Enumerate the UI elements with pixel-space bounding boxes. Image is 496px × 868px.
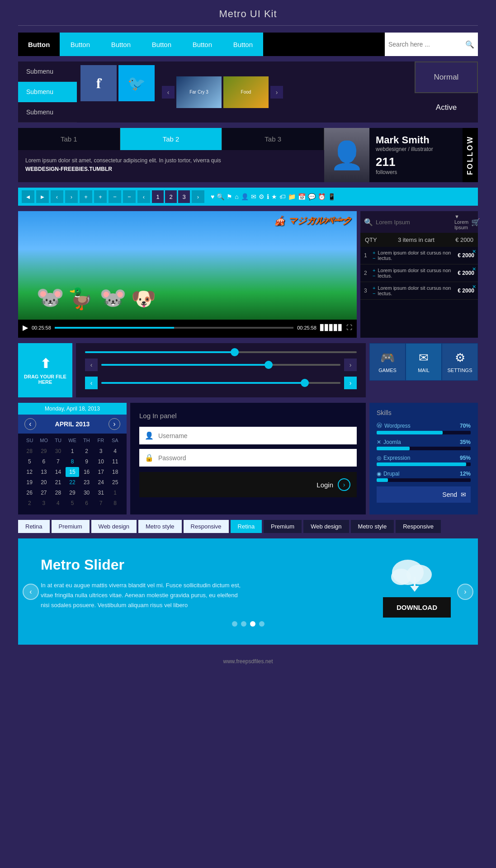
cal-day[interactable]: 14: [51, 467, 65, 477]
tab-2[interactable]: Tab 2: [120, 128, 222, 150]
twitter-button[interactable]: 🐦: [118, 65, 155, 101]
cal-day[interactable]: 30: [51, 446, 65, 456]
button-1[interactable]: Button: [18, 33, 60, 56]
cal-day[interactable]: 8: [66, 457, 80, 467]
cal-day[interactable]: 6: [37, 457, 51, 467]
tag-retina-light[interactable]: Retina: [18, 520, 50, 533]
cal-day[interactable]: 30: [80, 488, 94, 498]
cal-day[interactable]: 2: [80, 446, 94, 456]
clock-icon[interactable]: ⏰: [318, 193, 326, 200]
chat-icon[interactable]: 💬: [308, 193, 316, 200]
search-sm-icon[interactable]: 🔍: [217, 193, 224, 200]
cal-day[interactable]: 13: [37, 467, 51, 477]
minus-btn-1[interactable]: −: [109, 190, 121, 203]
video-progress-bar[interactable]: [55, 327, 293, 329]
slider-right-arrow[interactable]: ›: [344, 359, 357, 371]
folder-icon[interactable]: 📁: [288, 193, 296, 200]
slider-3-thumb[interactable]: [301, 379, 309, 387]
page-3[interactable]: 3: [178, 190, 190, 203]
slider-cyan-left-arrow[interactable]: ‹: [85, 377, 98, 389]
plus-btn-2[interactable]: +: [94, 190, 107, 203]
cal-day[interactable]: 2: [23, 498, 37, 508]
cart-plus-1[interactable]: +: [373, 250, 375, 255]
cal-day[interactable]: 25: [108, 477, 122, 487]
slider-1-thumb[interactable]: [231, 348, 239, 356]
slider-dot-1[interactable]: [232, 621, 237, 627]
slider-2-thumb[interactable]: [265, 361, 273, 369]
phone-icon[interactable]: 📱: [328, 193, 335, 200]
cal-day[interactable]: 21: [51, 477, 65, 487]
cal-day[interactable]: 19: [23, 477, 37, 487]
tag-metrostyle-dark[interactable]: Metro style: [351, 520, 394, 533]
facebook-button[interactable]: 𝐟: [80, 65, 117, 101]
arrow-left-btn-2[interactable]: ‹: [137, 190, 150, 203]
cal-day[interactable]: 26: [23, 488, 37, 498]
normal-state[interactable]: Normal: [415, 61, 478, 93]
cal-day[interactable]: 16: [80, 467, 94, 477]
info-icon[interactable]: ℹ: [267, 193, 269, 200]
heart-icon[interactable]: ♥: [211, 193, 214, 200]
active-state[interactable]: Active: [415, 93, 478, 123]
cart-bag-icon[interactable]: 🛒: [471, 218, 480, 226]
cal-day[interactable]: 3: [94, 446, 108, 456]
cal-day[interactable]: 28: [23, 446, 37, 456]
tag-webdesign-light[interactable]: Web design: [91, 520, 137, 533]
cal-day[interactable]: 27: [37, 488, 51, 498]
tag-webdesign-dark[interactable]: Web design: [303, 520, 349, 533]
cart-minus-3[interactable]: −: [373, 291, 375, 296]
cal-day[interactable]: 5: [23, 457, 37, 467]
download-button[interactable]: DOWNLOAD: [383, 597, 451, 618]
play-button[interactable]: ▶: [23, 323, 28, 332]
carousel-left-arrow[interactable]: ‹: [162, 86, 175, 99]
cal-day[interactable]: 6: [80, 498, 94, 508]
mail-icon[interactable]: ✉: [251, 193, 256, 200]
carousel-right-arrow[interactable]: ›: [270, 86, 283, 99]
slider-1[interactable]: [85, 351, 357, 353]
cal-day[interactable]: 17: [94, 467, 108, 477]
tag-responsive-light[interactable]: Responsive: [184, 520, 229, 533]
slider-dot-2[interactable]: [241, 621, 246, 627]
slider-dot-3[interactable]: [250, 621, 255, 627]
cart-minus-1[interactable]: −: [373, 256, 375, 261]
cal-day[interactable]: 20: [37, 477, 51, 487]
calendar-prev-btn[interactable]: ‹: [24, 418, 36, 430]
cart-plus-3[interactable]: +: [373, 286, 375, 291]
home-icon[interactable]: ⌂: [235, 193, 238, 200]
tag-premium-dark[interactable]: Premium: [264, 520, 302, 533]
cal-day[interactable]: 10: [94, 457, 108, 467]
cal-day[interactable]: 29: [66, 488, 80, 498]
minus-btn-2[interactable]: −: [123, 190, 136, 203]
slider-3[interactable]: [101, 382, 340, 384]
cal-day[interactable]: 28: [51, 488, 65, 498]
slider-next-arrow[interactable]: ›: [457, 584, 473, 600]
slider-dot-4[interactable]: [259, 621, 265, 627]
cal-day[interactable]: 5: [66, 498, 80, 508]
chevron-right-btn[interactable]: ›: [65, 190, 78, 203]
cal-day[interactable]: 22: [66, 477, 80, 487]
search-input[interactable]: [388, 41, 465, 48]
submenu-item-2[interactable]: Submenu: [18, 82, 77, 102]
page-1[interactable]: 1: [152, 190, 164, 203]
plus-btn-1[interactable]: +: [80, 190, 92, 203]
calendar-icon[interactable]: 📅: [298, 193, 306, 200]
cart-close-3[interactable]: ✕: [472, 284, 476, 290]
password-input[interactable]: [158, 454, 351, 462]
cal-day[interactable]: 31: [94, 488, 108, 498]
cal-day[interactable]: 18: [108, 467, 122, 477]
slider-prev-arrow[interactable]: ‹: [23, 584, 39, 600]
tag-icon[interactable]: 🏷: [279, 193, 286, 200]
slider-2[interactable]: [101, 364, 340, 366]
mail-icon-button[interactable]: ✉ MAIL: [406, 343, 442, 381]
cal-day[interactable]: 8: [108, 498, 122, 508]
settings-icon[interactable]: ⚙: [259, 193, 265, 200]
submenu-item-3[interactable]: Submenu: [18, 102, 77, 123]
username-input[interactable]: [158, 432, 351, 439]
tag-retina-dark[interactable]: Retina: [231, 520, 262, 533]
tag-premium-light[interactable]: Premium: [52, 520, 90, 533]
page-2[interactable]: 2: [165, 190, 177, 203]
cart-close-2[interactable]: ✕: [472, 266, 476, 272]
cal-day[interactable]: 1: [108, 488, 122, 498]
button-6[interactable]: Button: [222, 33, 263, 56]
fullscreen-icon[interactable]: ⛶: [346, 324, 352, 331]
cal-day[interactable]: 4: [108, 446, 122, 456]
